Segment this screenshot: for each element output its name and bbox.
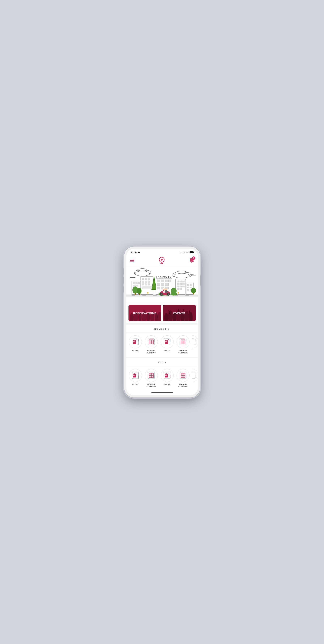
- notification-button[interactable]: 5: [189, 258, 194, 263]
- svg-point-87: [177, 292, 179, 294]
- window-cleaning-icon-3: ✦ ✦: [147, 371, 156, 380]
- service-item-window-4[interactable]: ✦ ✦ WINDOW CLEANING: [176, 369, 190, 388]
- reservations-label: RESERVATIONS: [133, 312, 156, 314]
- service-item-clean-2[interactable]: ✦ ✦ CLEAN: [160, 335, 174, 354]
- svg-point-96: [165, 288, 167, 290]
- svg-rect-184: [181, 376, 183, 378]
- svg-text:TAXIMOTO: TAXIMOTO: [156, 276, 172, 278]
- status-bar: 11:44: [126, 249, 198, 255]
- service-item-window-3[interactable]: ✦ ✦ WINDOW CLEANING: [144, 369, 158, 388]
- domestic-title: DOMESTIC: [154, 328, 170, 330]
- svg-rect-70: [177, 288, 179, 290]
- svg-rect-67: [177, 286, 179, 287]
- location-arrow-icon: [138, 252, 140, 253]
- svg-rect-150: [183, 342, 185, 344]
- svg-rect-29: [148, 281, 150, 282]
- svg-text:✦: ✦: [168, 339, 169, 340]
- service-circle-clean-1: ✦ ✦: [129, 335, 142, 348]
- svg-rect-27: [142, 281, 144, 282]
- svg-rect-31: [145, 284, 147, 285]
- svg-rect-71: [180, 288, 182, 290]
- service-item-window-1[interactable]: ✦ ✦ WINDOW CLEANING: [144, 335, 158, 354]
- svg-point-15: [135, 271, 149, 276]
- notification-badge: 5: [192, 256, 195, 260]
- service-circle-window-1: ✦ ✦: [145, 335, 158, 348]
- svg-rect-158: [133, 374, 136, 378]
- svg-rect-140: [165, 341, 166, 342]
- service-circle-window-4: ✦ ✦: [177, 369, 190, 382]
- svg-rect-189: [192, 372, 195, 379]
- logo-svg: [158, 256, 165, 264]
- svg-text:✦: ✦: [136, 374, 136, 376]
- clean-icon-3: ✦ ✦: [131, 371, 140, 380]
- reservations-card[interactable]: RESERVATIONS: [129, 305, 161, 321]
- service-circle-clean-4: ✦ ✦: [161, 369, 174, 382]
- svg-rect-168: [149, 376, 151, 378]
- svg-point-86: [147, 292, 148, 294]
- wifi-icon: [186, 252, 188, 254]
- hamburger-menu-icon[interactable]: [130, 259, 134, 262]
- action-cards: RESERVATIONS: [126, 303, 198, 323]
- svg-text:✦: ✦: [149, 374, 151, 376]
- svg-rect-69: [182, 286, 184, 287]
- service-label-window-3: WINDOW CLEANING: [147, 384, 156, 388]
- service-item-partial-2[interactable]: C: [192, 369, 198, 388]
- events-card[interactable]: EVENTS: [163, 305, 196, 321]
- service-item-clean-4[interactable]: ✦ ✦ CLEAN: [160, 369, 174, 388]
- signal-icon: [181, 252, 184, 253]
- svg-rect-39: [136, 285, 137, 286]
- status-icons: [181, 252, 194, 254]
- svg-rect-68: [180, 286, 182, 287]
- svg-rect-73: [187, 284, 189, 286]
- svg-point-93: [168, 294, 169, 295]
- svg-point-85: [170, 292, 177, 296]
- svg-rect-36: [136, 282, 137, 284]
- service-label-window-4: WINDOW CLEANING: [178, 384, 188, 388]
- svg-rect-53: [157, 283, 160, 286]
- service-item-partial-1[interactable]: C: [192, 335, 198, 354]
- screen-content[interactable]: TAXIMOTO: [126, 266, 198, 390]
- service-item-clean-1[interactable]: ✦ ✦ CLEAN: [129, 335, 142, 354]
- svg-rect-52: [169, 280, 171, 282]
- svg-rect-38: [133, 285, 135, 286]
- city-illustration: TAXIMOTO: [126, 266, 198, 303]
- service-label-clean-3: CLEAN: [132, 384, 138, 386]
- window-cleaning-icon-2: ✦ ✦: [179, 338, 187, 346]
- svg-text:✦: ✦: [168, 372, 169, 374]
- hero-banner: TAXIMOTO: [126, 266, 198, 303]
- svg-rect-141: [166, 341, 167, 342]
- svg-rect-77: [187, 289, 189, 291]
- svg-rect-25: [145, 278, 147, 280]
- service-item-window-2[interactable]: ✦ ✦ WINDOW CLEANING: [176, 335, 190, 354]
- svg-rect-154: [192, 338, 195, 345]
- svg-rect-125: [134, 341, 135, 342]
- svg-rect-45: [139, 294, 140, 295]
- svg-rect-62: [180, 281, 182, 282]
- partial-icon-1: C: [192, 338, 196, 346]
- svg-text:✦: ✦: [181, 374, 182, 376]
- svg-text:✦: ✦: [167, 374, 168, 376]
- service-label-window-2: WINDOW CLEANING: [178, 350, 188, 354]
- svg-rect-169: [151, 376, 153, 378]
- svg-text:✦: ✦: [152, 340, 153, 342]
- svg-rect-56: [157, 287, 160, 289]
- svg-rect-35: [133, 282, 135, 284]
- svg-rect-7: [142, 295, 146, 296]
- service-circle-clean-3: ✦ ✦: [129, 369, 142, 382]
- svg-rect-65: [180, 283, 182, 285]
- app-logo[interactable]: [158, 256, 165, 264]
- svg-point-1: [161, 259, 163, 260]
- svg-text:✦: ✦: [183, 374, 184, 375]
- svg-rect-33: [142, 286, 152, 289]
- service-circle-partial-1: C: [192, 335, 198, 348]
- service-circle-partial-2: C: [192, 369, 198, 382]
- svg-rect-133: [149, 342, 151, 344]
- svg-rect-11: [185, 295, 189, 296]
- home-indicator-area: [126, 390, 198, 395]
- service-label-clean-4: CLEAN: [164, 384, 170, 386]
- phone-screen: 11:44: [126, 249, 198, 395]
- svg-point-44: [137, 288, 142, 294]
- service-item-clean-3[interactable]: ✦ ✦ CLEAN: [129, 369, 142, 388]
- svg-rect-26: [148, 278, 150, 280]
- svg-rect-174: [165, 374, 168, 378]
